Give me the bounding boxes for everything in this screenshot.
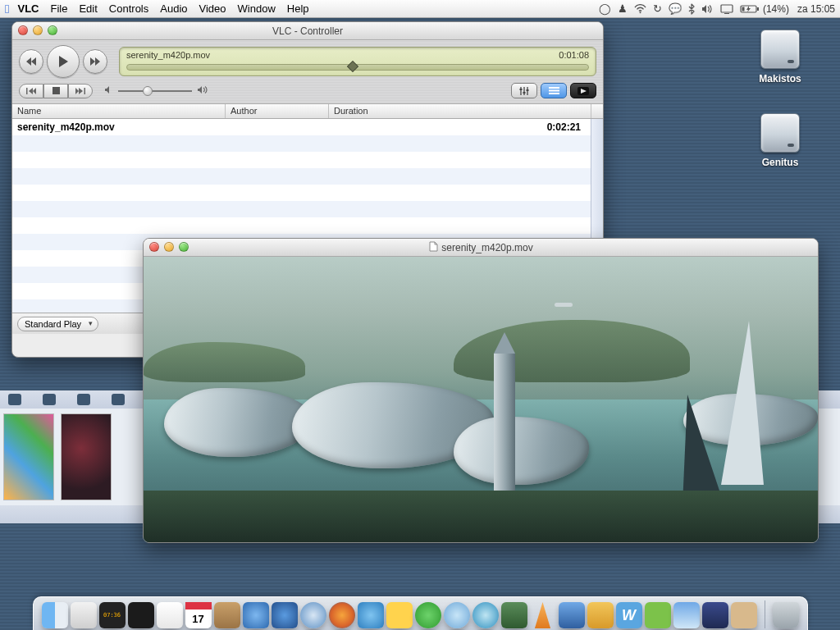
elapsed-time: 0:01:08 (559, 50, 589, 60)
dock-system-icon[interactable] (71, 602, 97, 628)
dock-trash-icon[interactable] (773, 602, 799, 628)
dock-terminal-icon[interactable] (128, 602, 154, 628)
menu-help[interactable]: Help (287, 2, 309, 15)
dock-firefox-icon[interactable] (329, 602, 355, 628)
dock-textedit-icon[interactable] (157, 602, 183, 628)
bluetooth-status-icon[interactable] (688, 3, 695, 15)
stop-button[interactable] (43, 84, 68, 98)
playlist-header: Name Author Duration (12, 104, 603, 119)
dock-thunderbird-icon[interactable] (272, 602, 298, 628)
column-author[interactable]: Author (226, 104, 329, 118)
dock-vlc-icon[interactable] (530, 602, 556, 628)
active-app-name[interactable]: VLC (17, 2, 39, 15)
battery-percent[interactable]: (14%) (763, 3, 789, 15)
menubar:  VLC File Edit Controls Audio Video Win… (0, 0, 840, 18)
dock-ichat-icon[interactable] (358, 602, 384, 628)
seek-slider[interactable] (126, 64, 589, 71)
chat-status-icon[interactable]: 💬 (669, 2, 682, 15)
film-thumb (61, 413, 112, 500)
volume-knob[interactable] (143, 86, 153, 96)
volume-status-icon[interactable] (701, 4, 714, 14)
dock-addressbook-icon[interactable] (214, 602, 240, 628)
menu-file[interactable]: File (50, 2, 67, 15)
dock-aim-icon[interactable] (386, 602, 413, 628)
menu-video[interactable]: Video (199, 2, 226, 15)
dock: 07:36 17 W (0, 581, 840, 630)
svg-rect-7 (52, 87, 60, 94)
menu-window[interactable]: Window (238, 2, 276, 15)
playlist-button[interactable] (541, 83, 567, 98)
close-button[interactable] (18, 25, 28, 35)
volume-slider[interactable] (118, 90, 192, 92)
minimize-button[interactable] (33, 25, 43, 35)
svg-point-0 (639, 11, 641, 13)
dock-quicktime-icon[interactable] (472, 602, 499, 628)
svg-rect-12 (520, 89, 523, 90)
seek-thumb[interactable] (347, 61, 358, 72)
controller-titlebar[interactable]: VLC - Controller (12, 22, 603, 40)
svg-rect-14 (527, 89, 529, 91)
desktop-drive[interactable]: Genitus (743, 113, 817, 169)
play-button[interactable] (47, 45, 80, 78)
svg-rect-6 (26, 88, 28, 94)
hard-drive-icon (760, 113, 800, 153)
playlist-item-name: serenity_m420p.mov (17, 121, 226, 133)
playlist-item-duration: 0:02:21 (329, 121, 586, 133)
svg-rect-8 (84, 88, 86, 94)
svg-rect-4 (757, 7, 759, 11)
window-title: VLC - Controller (272, 25, 343, 37)
svg-rect-2 (724, 13, 729, 14)
battery-status-icon[interactable] (740, 4, 760, 14)
dock-finder-icon[interactable] (42, 602, 68, 628)
video-canvas[interactable] (144, 257, 818, 542)
dock-itunes-icon[interactable] (444, 602, 470, 628)
playlist-row[interactable]: serenity_m420p.mov 0:02:21 (12, 119, 591, 135)
menubar-clock[interactable]: za 15:05 (797, 3, 835, 15)
clock-status-icon[interactable]: ◯ (599, 2, 611, 15)
dock-mail-icon[interactable] (243, 602, 269, 628)
dock-word-icon[interactable]: W (616, 602, 642, 628)
video-titlebar[interactable]: serenity_m420p.mov (144, 239, 818, 257)
prev-button[interactable] (19, 84, 43, 98)
equalizer-button[interactable] (511, 83, 537, 98)
dock-dashboard-icon[interactable]: 07:36 (99, 602, 126, 628)
volume-min-icon (104, 85, 113, 97)
zoom-button[interactable] (48, 25, 57, 35)
svg-rect-17 (549, 93, 559, 94)
column-name[interactable]: Name (12, 104, 226, 118)
play-mode-select[interactable]: Standard Play (17, 317, 98, 331)
wifi-status-icon[interactable] (634, 4, 646, 14)
video-window-title: serenity_m420p.mov (441, 242, 532, 253)
rewind-button[interactable] (19, 49, 43, 74)
menu-controls[interactable]: Controls (109, 2, 148, 15)
zoom-button[interactable] (179, 242, 189, 252)
menu-audio[interactable]: Audio (160, 2, 187, 15)
sync-status-icon[interactable]: ↻ (653, 2, 662, 15)
dock-app2-icon[interactable] (673, 602, 700, 628)
dock-xcode-icon[interactable] (559, 602, 585, 628)
dock-safari-icon[interactable] (300, 602, 326, 628)
drive-label: Makistos (756, 72, 804, 85)
now-playing-title: serenity_m420p.mov (126, 50, 210, 60)
dock-keyboard-icon[interactable] (702, 602, 728, 628)
svg-rect-5 (742, 7, 744, 11)
menu-edit[interactable]: Edit (79, 2, 97, 15)
dock-app-icon[interactable] (645, 602, 671, 628)
scripts-status-icon[interactable]: ♟ (618, 2, 628, 15)
next-button[interactable] (68, 84, 93, 98)
close-button[interactable] (149, 242, 159, 252)
forward-button[interactable] (83, 49, 107, 74)
dock-skype-icon[interactable] (415, 602, 441, 628)
minimize-button[interactable] (164, 242, 174, 252)
dock-app3-icon[interactable] (731, 602, 757, 628)
desktop-drive[interactable]: Makistos (743, 30, 817, 85)
apple-menu-icon[interactable]:  (5, 2, 9, 16)
dock-utilities-icon[interactable] (587, 602, 614, 628)
svg-rect-1 (721, 5, 733, 12)
dock-preview-icon[interactable] (501, 602, 527, 628)
fullscreen-button[interactable] (570, 83, 596, 98)
dock-ical-icon[interactable]: 17 (185, 602, 212, 628)
display-status-icon[interactable] (720, 4, 733, 14)
vlc-video-window: serenity_m420p.mov (143, 238, 819, 543)
column-duration[interactable]: Duration (329, 104, 591, 118)
